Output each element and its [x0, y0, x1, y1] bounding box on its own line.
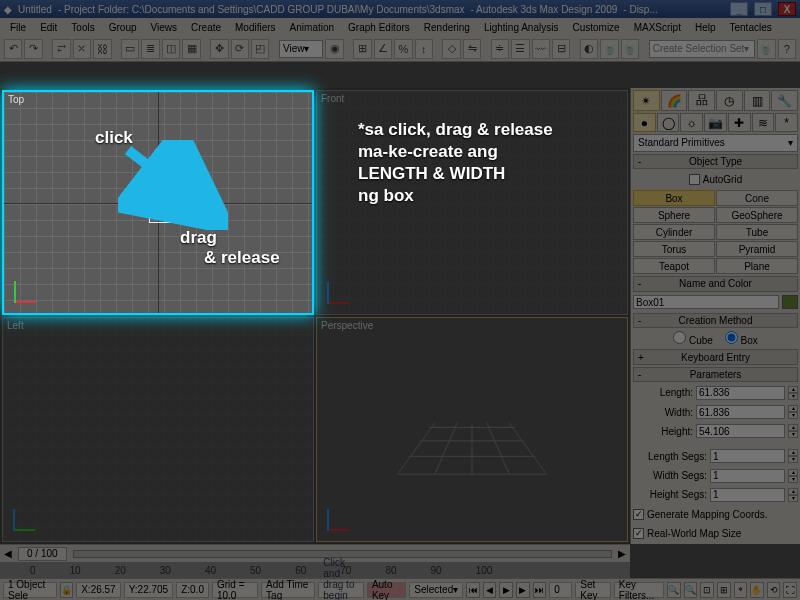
menu-grapheditors[interactable]: Graph Editors [342, 21, 416, 34]
viewport-left[interactable]: Left [2, 317, 314, 542]
object-name-field[interactable]: Box01 [633, 295, 779, 309]
add-time-tag-button[interactable]: Add Time Tag [261, 582, 315, 598]
autogrid-checkbox[interactable] [689, 174, 700, 185]
layers-button[interactable]: ☰ [511, 39, 529, 59]
width-field[interactable]: 61.836 [696, 405, 785, 419]
width-spinner[interactable]: ▴▾ [788, 405, 798, 419]
obj-sphere-button[interactable]: Sphere [633, 207, 715, 223]
obj-torus-button[interactable]: Torus [633, 241, 715, 257]
material-button[interactable]: ◐ [580, 39, 598, 59]
menu-views[interactable]: Views [145, 21, 184, 34]
menu-group[interactable]: Group [103, 21, 143, 34]
length-field[interactable]: 61.836 [696, 386, 785, 400]
ref-coord-dropdown[interactable]: View ▾ [279, 40, 323, 58]
gen-mapping-checkbox[interactable]: ✓ [633, 509, 644, 520]
menu-modifiers[interactable]: Modifiers [229, 21, 282, 34]
width-segs-spinner[interactable]: ▴▾ [788, 469, 798, 483]
bind-button[interactable]: ⛓ [93, 39, 111, 59]
length-spinner[interactable]: ▴▾ [788, 386, 798, 400]
prev-frame-button[interactable]: ◀ [483, 582, 497, 598]
schematic-button[interactable]: ⊟ [552, 39, 570, 59]
link-button[interactable]: ⥂ [52, 39, 70, 59]
height-segs-field[interactable]: 1 [710, 488, 785, 502]
subtab-shapes[interactable]: ◯ [657, 113, 680, 132]
obj-cone-button[interactable]: Cone [716, 190, 798, 206]
obj-tube-button[interactable]: Tube [716, 224, 798, 240]
mirror-button[interactable]: ⇋ [463, 39, 481, 59]
length-segs-spinner[interactable]: ▴▾ [788, 449, 798, 463]
obj-plane-button[interactable]: Plane [716, 258, 798, 274]
subtab-helpers[interactable]: ✚ [728, 113, 751, 132]
zoom-extents-button[interactable]: ⊡ [700, 582, 714, 598]
select-button[interactable]: ▭ [121, 39, 139, 59]
pan-button[interactable]: ✋ [750, 582, 764, 598]
rollout-parameters[interactable]: -Parameters [633, 367, 798, 382]
selection-set-field[interactable]: Create Selection Set ▾ [649, 40, 756, 58]
setkey-button[interactable]: Set Key [575, 582, 610, 598]
undo-button[interactable]: ↶ [4, 39, 22, 59]
pivot-button[interactable]: ◉ [325, 39, 343, 59]
obj-geosphere-button[interactable]: GeoSphere [716, 207, 798, 223]
obj-box-button[interactable]: Box [633, 190, 715, 206]
close-button[interactable]: X [778, 2, 796, 16]
window-cross-button[interactable]: ▦ [182, 39, 200, 59]
coord-y[interactable]: Y:22.705 [124, 582, 174, 598]
tab-hierarchy[interactable]: 品 [688, 90, 715, 111]
object-color-swatch[interactable] [782, 295, 798, 309]
category-dropdown[interactable]: Standard Primitives▾ [633, 134, 798, 151]
track-bar[interactable]: 0102030405060708090100 [0, 562, 630, 578]
menu-create[interactable]: Create [185, 21, 227, 34]
menu-rendering[interactable]: Rendering [418, 21, 476, 34]
menu-help[interactable]: Help [689, 21, 722, 34]
method-box-radio[interactable] [725, 331, 738, 344]
rollout-creation-method[interactable]: -Creation Method [633, 313, 798, 328]
subtab-lights[interactable]: ☼ [680, 113, 703, 132]
time-slider-knob[interactable]: 0 / 100 [18, 547, 67, 561]
menu-lighting[interactable]: Lighting Analysis [478, 21, 565, 34]
obj-cylinder-button[interactable]: Cylinder [633, 224, 715, 240]
height-spinner[interactable]: ▴▾ [788, 424, 798, 438]
tab-utilities[interactable]: 🔧 [771, 90, 798, 111]
zoom-all-button[interactable]: 🔍 [684, 582, 698, 598]
current-frame-field[interactable]: 0 [549, 582, 572, 598]
obj-teapot-button[interactable]: Teapot [633, 258, 715, 274]
curve-editor-button[interactable]: 〰 [532, 39, 550, 59]
zoom-button[interactable]: 🔍 [667, 582, 681, 598]
render-button[interactable]: 🍵 [621, 39, 639, 59]
tab-create[interactable]: ✴ [633, 90, 660, 111]
rollout-name-color[interactable]: -Name and Color [633, 276, 798, 291]
keymode-dropdown[interactable]: Selected ▾ [409, 582, 463, 598]
menu-customize[interactable]: Customize [566, 21, 625, 34]
align-button[interactable]: ≑ [491, 39, 509, 59]
maximize-button[interactable]: □ [754, 2, 772, 16]
redo-button[interactable]: ↷ [24, 39, 42, 59]
coord-x[interactable]: X:26.57 [76, 582, 120, 598]
coord-z[interactable]: Z:0.0 [176, 582, 209, 598]
subtab-cameras[interactable]: 📷 [704, 113, 727, 132]
width-segs-field[interactable]: 1 [710, 469, 785, 483]
tab-display[interactable]: ▥ [744, 90, 771, 111]
help-button[interactable]: ? [778, 39, 796, 59]
rotate-button[interactable]: ⟳ [231, 39, 249, 59]
viewport-perspective[interactable]: Perspective [316, 317, 628, 542]
autokey-button[interactable]: Auto Key [367, 582, 406, 598]
key-filters-button[interactable]: Key Filters... [614, 582, 664, 598]
realworld-map-checkbox[interactable]: ✓ [633, 528, 644, 539]
quick-render-button[interactable]: 🍵 [757, 39, 775, 59]
tab-motion[interactable]: ◷ [716, 90, 743, 111]
unlink-button[interactable]: ⤫ [73, 39, 91, 59]
play-button[interactable]: ▶ [499, 582, 513, 598]
zoom-extents-all-button[interactable]: ⊞ [717, 582, 731, 598]
menu-file[interactable]: File [4, 21, 32, 34]
move-button[interactable]: ✥ [210, 39, 228, 59]
next-frame-button[interactable]: ▶ [516, 582, 530, 598]
angle-snap-button[interactable]: ∠ [374, 39, 392, 59]
obj-pyramid-button[interactable]: Pyramid [716, 241, 798, 257]
orbit-button[interactable]: ⟲ [767, 582, 781, 598]
percent-snap-button[interactable]: % [394, 39, 412, 59]
goto-end-button[interactable]: ⏭ [533, 582, 547, 598]
lock-selection-button[interactable]: 🔒 [60, 582, 74, 598]
rollout-object-type[interactable]: -Object Type [633, 154, 798, 169]
time-slider[interactable]: ◀0 / 100▶ [0, 544, 630, 562]
menu-animation[interactable]: Animation [284, 21, 340, 34]
